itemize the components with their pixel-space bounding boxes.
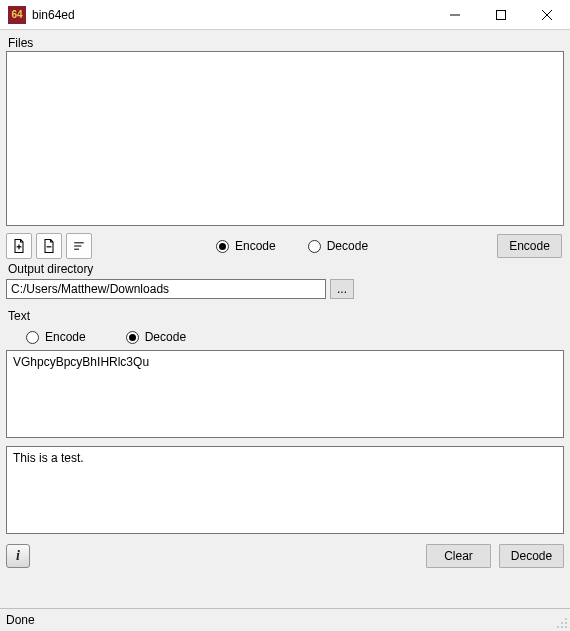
maximize-button[interactable] (478, 0, 524, 30)
text-action-button[interactable]: Decode (499, 544, 564, 568)
window-title: bin64ed (32, 8, 75, 22)
radio-dot-icon (308, 240, 321, 253)
radio-label: Decode (145, 330, 186, 344)
radio-dot-icon (216, 240, 229, 253)
status-bar: Done (0, 608, 570, 631)
files-action-button[interactable]: Encode (497, 234, 562, 258)
text-input-area[interactable] (6, 350, 564, 438)
svg-point-15 (565, 626, 567, 628)
radio-dot-icon (126, 331, 139, 344)
output-dir-input[interactable] (6, 279, 326, 299)
radio-label: Decode (327, 239, 368, 253)
clear-list-button[interactable] (66, 233, 92, 259)
svg-rect-1 (497, 10, 506, 19)
files-decode-radio[interactable]: Decode (308, 239, 368, 253)
files-mode-group: Encode Decode (216, 239, 368, 253)
titlebar: 64 bin64ed (0, 0, 570, 30)
browse-button[interactable]: ... (330, 279, 354, 299)
add-file-button[interactable] (6, 233, 32, 259)
files-label: Files (8, 36, 564, 50)
svg-point-11 (561, 622, 563, 624)
text-label: Text (8, 309, 564, 323)
radio-label: Encode (235, 239, 276, 253)
clear-button[interactable]: Clear (426, 544, 491, 568)
files-encode-radio[interactable]: Encode (216, 239, 276, 253)
resize-grip-icon[interactable] (554, 615, 568, 629)
svg-point-12 (565, 622, 567, 624)
text-output-area[interactable] (6, 446, 564, 534)
close-button[interactable] (524, 0, 570, 30)
app-icon: 64 (8, 6, 26, 24)
status-text: Done (6, 613, 35, 627)
remove-file-button[interactable] (36, 233, 62, 259)
text-mode-group: Encode Decode (26, 330, 564, 344)
svg-point-10 (565, 618, 567, 620)
radio-dot-icon (26, 331, 39, 344)
svg-point-14 (561, 626, 563, 628)
files-list[interactable] (6, 51, 564, 226)
svg-point-13 (557, 626, 559, 628)
text-decode-radio[interactable]: Decode (126, 330, 186, 344)
text-encode-radio[interactable]: Encode (26, 330, 86, 344)
info-button[interactable]: i (6, 544, 30, 568)
output-dir-label: Output directory (8, 262, 564, 276)
radio-label: Encode (45, 330, 86, 344)
minimize-button[interactable] (432, 0, 478, 30)
